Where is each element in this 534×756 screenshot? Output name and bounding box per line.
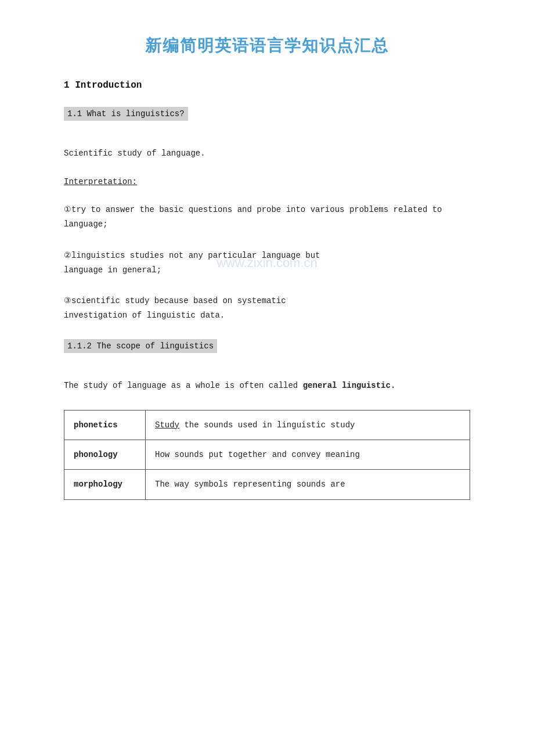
numbered-item-3: ③scientific study because based on syste…	[64, 294, 470, 323]
table-term-morphology: morphology	[64, 470, 146, 499]
table-term-phonetics: phonetics	[64, 410, 146, 440]
main-title: 新编简明英语语言学知识点汇总	[64, 35, 470, 57]
subsection-1-1-container: 1.1 What is linguistics?	[64, 107, 470, 130]
scope-intro-pre: The study of language as a whole is ofte…	[64, 381, 303, 390]
interpretation-label: Interpretation:	[64, 177, 470, 186]
table-term-phonology: phonology	[64, 440, 146, 469]
table-def-phonetics: Study the sounds used in linguistic stud…	[146, 410, 470, 440]
table-def-phonology: How sounds put together and convey meani…	[146, 440, 470, 469]
item3-line1: ③scientific study because based on syste…	[64, 296, 286, 305]
table-row-phonology: phonology How sounds put together and co…	[64, 440, 470, 469]
scope-intro: The study of language as a whole is ofte…	[64, 379, 470, 393]
scope-intro-bold: general linguistic.	[303, 381, 396, 390]
numbered-item-2: ②linguistics studies not any particular …	[64, 249, 470, 278]
table-def-morphology: The way symbols representing sounds are	[146, 470, 470, 499]
table-row-phonetics: phonetics Study the sounds used in lingu…	[64, 410, 470, 440]
scientific-study-text: Scientific study of language.	[64, 146, 470, 161]
item2-line1: ②linguistics studies not any particular …	[64, 251, 320, 260]
subsection-1-1-2-container: 1.1.2 The scope of linguistics	[64, 339, 470, 362]
subsection-1-1-label: 1.1 What is linguistics?	[64, 107, 188, 121]
numbered-item-1: ①try to answer the basic questions and p…	[64, 203, 470, 232]
subsection-1-1-2-label: 1.1.2 The scope of linguistics	[64, 339, 217, 353]
item3-line2: investigation of linguistic data.	[64, 311, 225, 320]
table-def-phonetics-underlined: Study	[155, 420, 179, 430]
table-row-morphology: morphology The way symbols representing …	[64, 470, 470, 499]
section-1-heading: 1 Introduction	[64, 80, 470, 91]
linguistics-table: phonetics Study the sounds used in lingu…	[64, 410, 470, 500]
item2-line2: language in general;	[64, 265, 161, 275]
page-container: 新编简明英语语言学知识点汇总 1 Introduction 1.1 What i…	[29, 0, 505, 535]
